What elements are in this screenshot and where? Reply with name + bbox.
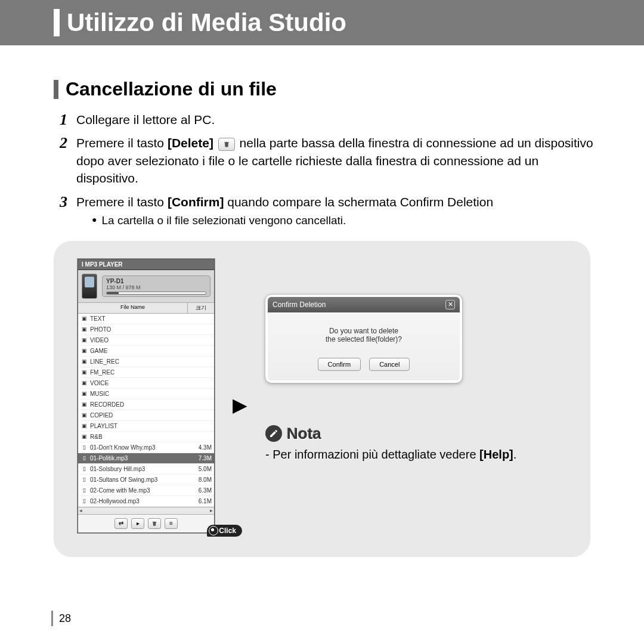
file-name: 01-Sultans Of Swing.mp3	[90, 476, 190, 483]
step-3-text: Premere il tasto [Confirm] quando compar…	[76, 193, 602, 229]
file-row[interactable]: ▯01-Sultans Of Swing.mp38.0M	[78, 475, 214, 485]
folder-icon: ▣	[80, 369, 88, 375]
folder-row[interactable]: ▣VIDEO	[78, 335, 214, 346]
device-space-bar	[106, 292, 206, 295]
file-name: PHOTO	[90, 326, 190, 333]
file-size: 6.3M	[190, 487, 214, 494]
file-name: 01-Solsbury Hill.mp3	[90, 466, 190, 472]
file-row[interactable]: ▯01-Solsbury Hill.mp35.0M	[78, 464, 214, 475]
section-title-text: Cancellazione di un file	[66, 78, 277, 100]
folder-row[interactable]: ▣R&B	[78, 432, 214, 442]
step-2-frag-a: Premere il tasto	[76, 136, 168, 150]
file-name: RECORDED	[90, 401, 190, 408]
dialog-title: Confirm Deletion	[273, 301, 326, 309]
note-body: - Per informazioni più dettagliate veder…	[265, 448, 566, 462]
file-name: PLAYLIST	[90, 423, 190, 429]
file-name: MUSIC	[90, 391, 190, 397]
note-label: Nota	[287, 425, 321, 443]
note-body-prefix: - Per informazioni più dettagliate veder…	[265, 448, 479, 461]
mp3-player-window: I MP3 PLAYER YP-D1 130 M / 978 M File Na…	[78, 259, 215, 533]
transfer-button[interactable]: ⇄	[114, 518, 128, 529]
folder-icon: ▣	[80, 391, 88, 397]
close-icon[interactable]: ✕	[445, 300, 455, 309]
file-name: 02-Hollywood.mp3	[90, 498, 190, 504]
folder-row[interactable]: ▣COPIED	[78, 410, 214, 421]
file-size: 5.0M	[190, 466, 214, 472]
note-body-bold: [Help]	[479, 448, 513, 461]
step-3-bullet-text: La cartella o il file selezionati vengon…	[101, 213, 346, 229]
folder-row[interactable]: ▣FM_REC	[78, 367, 214, 378]
step-1-text: Collegare il lettore al PC.	[76, 111, 602, 128]
file-list[interactable]: ▣TEXT▣PHOTO▣VIDEO▣GAME▣LINE_REC▣FM_REC▣V…	[78, 314, 214, 507]
folder-icon: ▣	[80, 315, 88, 321]
step-3-frag-a: Premere il tasto	[76, 195, 168, 209]
header-accent	[54, 9, 60, 36]
page-footer: 28	[51, 611, 71, 626]
file-name: VIDEO	[90, 337, 190, 343]
page-title: Utilizzo di Media Studio	[67, 8, 346, 37]
file-row[interactable]: ▯01-Politik.mp37.3M	[78, 453, 214, 464]
folder-row[interactable]: ▣GAME	[78, 346, 214, 357]
confirm-button[interactable]: Confirm	[318, 358, 361, 371]
folder-row[interactable]: ▣PHOTO	[78, 324, 214, 335]
file-row[interactable]: ▯02-Hollywood.mp36.1M	[78, 496, 214, 507]
arrow-right-icon: ▶	[233, 394, 247, 416]
device-space: 130 M / 978 M	[106, 284, 206, 290]
player-device-row: YP-D1 130 M / 978 M	[78, 270, 214, 302]
folder-row[interactable]: ▣RECORDED	[78, 400, 214, 410]
device-icon	[82, 274, 97, 299]
file-list-header: File Name 크기	[78, 302, 214, 314]
col-filesize: 크기	[188, 303, 214, 313]
play-button[interactable]: ▸	[131, 518, 144, 529]
folder-row[interactable]: ▣MUSIC	[78, 389, 214, 400]
folder-icon: ▣	[80, 380, 88, 386]
note-body-suffix: .	[513, 448, 517, 461]
col-filename: File Name	[78, 303, 188, 313]
page-header: Utilizzo di Media Studio	[0, 0, 644, 45]
file-size: 7.3M	[190, 455, 214, 462]
file-row[interactable]: ▯01-Don't Know Why.mp34.3M	[78, 442, 214, 453]
folder-icon: ▣	[80, 337, 88, 343]
cancel-button[interactable]: Cancel	[369, 358, 410, 371]
step-3-bullet: La cartella o il file selezionati vengon…	[92, 213, 602, 229]
folder-icon: ▣	[80, 348, 88, 354]
file-icon: ▯	[80, 498, 88, 504]
file-name: GAME	[90, 348, 190, 354]
confirm-deletion-dialog: Confirm Deletion ✕ Do you want to delete…	[265, 295, 462, 383]
folder-row[interactable]: ▣PLAYLIST	[78, 421, 214, 432]
note-block: Nota - Per informazioni più dettagliate …	[265, 425, 566, 462]
folder-icon: ▣	[80, 401, 88, 407]
step-number-2: 2	[60, 134, 72, 187]
file-name: 02-Come with Me.mp3	[90, 487, 190, 494]
file-size: 6.1M	[190, 498, 214, 504]
folder-row[interactable]: ▣TEXT	[78, 314, 214, 324]
figure-panel: I MP3 PLAYER YP-D1 130 M / 978 M File Na…	[54, 241, 590, 557]
horizontal-scrollbar[interactable]: ◂▸	[78, 507, 214, 514]
file-size: 8.0M	[190, 476, 214, 483]
folder-icon: ▣	[80, 423, 88, 429]
dialog-message-2: the selected file(folder)?	[274, 335, 454, 343]
step-3-frag-b: quando compare la schermata Confirm Dele…	[224, 195, 493, 209]
device-name: YP-D1	[106, 278, 206, 284]
file-name: 01-Don't Know Why.mp3	[90, 444, 190, 451]
click-label: Click	[219, 527, 236, 535]
delete-button[interactable]	[148, 518, 161, 529]
file-icon: ▯	[80, 455, 88, 461]
trash-icon	[218, 138, 235, 151]
folder-row[interactable]: ▣LINE_REC	[78, 357, 214, 367]
file-name: FM_REC	[90, 369, 190, 376]
step-2-delete-label: [Delete]	[168, 136, 213, 150]
folder-row[interactable]: ▣VOICE	[78, 378, 214, 389]
file-size: 4.3M	[190, 444, 214, 451]
pencil-icon	[265, 425, 282, 442]
step-number-3: 3	[60, 193, 72, 229]
file-name: COPIED	[90, 412, 190, 419]
dialog-message-1: Do you want to delete	[274, 327, 454, 335]
section-heading: Cancellazione di un file	[54, 78, 644, 100]
steps-list: 1 Collegare il lettore al PC. 2 Premere …	[60, 111, 602, 229]
file-icon: ▯	[80, 476, 88, 482]
file-icon: ▯	[80, 487, 88, 493]
file-row[interactable]: ▯02-Come with Me.mp36.3M	[78, 485, 214, 496]
click-badge: Click	[207, 525, 242, 537]
options-button[interactable]: ≡	[165, 518, 178, 529]
